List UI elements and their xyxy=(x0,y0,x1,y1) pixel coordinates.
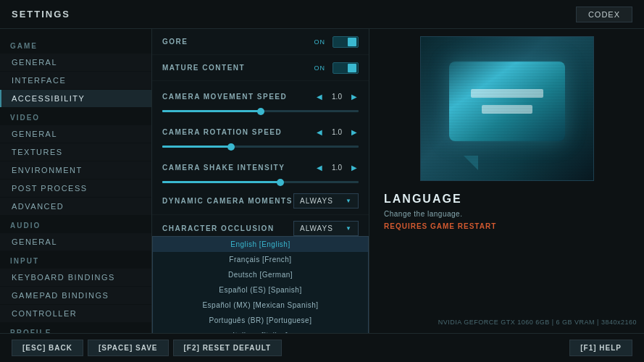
camera-rotation-slider[interactable] xyxy=(152,143,369,151)
camera-shake-thumb[interactable] xyxy=(277,179,284,186)
mature-content-label: MATURE CONTENT xyxy=(162,64,245,72)
camera-movement-decrease[interactable]: ◀ xyxy=(315,93,324,101)
camera-rotation-track xyxy=(162,146,359,148)
character-occlusion-dropdown[interactable]: ALWAYS ▼ xyxy=(293,221,359,236)
back-button[interactable]: [ESC] BACK xyxy=(12,340,83,356)
mature-content-setting: MATURE CONTENT ON xyxy=(152,55,369,81)
camera-movement-row: CAMERA MOVEMENT SPEED ◀ 1.0 ▶ xyxy=(152,81,369,107)
help-button[interactable]: [F1] HELP xyxy=(569,340,632,356)
language-option[interactable]: Deutsch [German] xyxy=(153,267,368,282)
mature-content-control: ON xyxy=(314,62,359,74)
camera-rotation-row: CAMERA ROTATION SPEED ◀ 1.0 ▶ xyxy=(152,117,369,143)
sidebar-item-game-interface[interactable]: INTERFACE xyxy=(0,72,151,89)
sidebar-item-video-environment[interactable]: ENVIRONMENT xyxy=(0,161,151,179)
speech-bubble-icon xyxy=(449,62,565,156)
camera-movement-fill xyxy=(162,110,261,112)
character-occlusion-label: CHARACTER OCCLUSION xyxy=(162,224,275,232)
camera-rotation-fill xyxy=(162,146,231,148)
camera-rotation-speed-setting: CAMERA ROTATION SPEED ◀ 1.0 ▶ xyxy=(152,117,369,151)
camera-rotation-control: ◀ 1.0 ▶ xyxy=(315,128,359,136)
dynamic-camera-dropdown[interactable]: ALWAYS ▼ xyxy=(293,193,359,209)
gore-control: ON xyxy=(314,36,359,48)
save-button[interactable]: [SPACE] SAVE xyxy=(88,340,169,356)
camera-shake-row: CAMERA SHAKE INTENSITY ◀ 1.0 ▶ xyxy=(152,152,369,178)
sidebar-item-game-accessibility[interactable]: ACCESSIBILITY xyxy=(0,90,151,107)
language-option[interactable]: Français [French] xyxy=(153,252,368,267)
dynamic-camera-setting: DYNAMIC CAMERA MOMENTS ALWAYS ▼ xyxy=(152,188,369,215)
sidebar-section-audio: AUDIO xyxy=(0,216,151,232)
language-option[interactable]: English [English] xyxy=(153,237,368,252)
character-occlusion-chevron-icon: ▼ xyxy=(346,225,352,232)
bubble-line-2 xyxy=(482,105,532,114)
camera-movement-slider[interactable] xyxy=(152,107,369,115)
language-image-inner xyxy=(421,37,593,180)
bubble-tail xyxy=(464,156,478,170)
sidebar-item-audio-general[interactable]: GENERAL xyxy=(0,233,151,251)
camera-movement-speed-setting: CAMERA MOVEMENT SPEED ◀ 1.0 ▶ xyxy=(152,81,369,115)
camera-shake-decrease[interactable]: ◀ xyxy=(315,164,324,172)
camera-rotation-value: 1.0 xyxy=(327,128,347,136)
language-option[interactable]: Italiano [Italian] xyxy=(153,328,368,333)
mature-content-value: ON xyxy=(314,64,326,72)
camera-rotation-label: CAMERA ROTATION SPEED xyxy=(162,128,282,136)
system-info: NVIDIA GEFORCE GTX 1060 6GB | 6 GB VRAM … xyxy=(438,319,637,326)
language-preview-image xyxy=(420,36,594,181)
language-option[interactable]: Português (BR) [Portuguese] xyxy=(153,313,368,328)
camera-movement-thumb[interactable] xyxy=(257,108,264,115)
info-title: LANGUAGE xyxy=(384,193,630,206)
settings-panel: GORE ON MATURE CONTENT ON CAMERA MOVEMEN… xyxy=(152,29,369,333)
codex-button[interactable]: CODEX xyxy=(576,7,632,22)
dynamic-camera-chevron-icon: ▼ xyxy=(346,198,352,204)
info-warning: REQUIRES GAME RESTART xyxy=(384,222,630,230)
info-description: Change the language. xyxy=(384,210,630,218)
camera-shake-intensity-setting: CAMERA SHAKE INTENSITY ◀ 1.0 ▶ xyxy=(152,152,369,186)
camera-movement-increase[interactable]: ▶ xyxy=(350,93,359,101)
sidebar-item-video-advanced[interactable]: ADVANCED xyxy=(0,198,151,215)
character-occlusion-value: ALWAYS xyxy=(300,224,333,232)
reset-button[interactable]: [F2] RESET DEFAULT xyxy=(173,340,283,356)
bubble-body xyxy=(449,62,565,141)
sidebar-section-input: INPUT xyxy=(0,251,151,268)
camera-rotation-increase[interactable]: ▶ xyxy=(350,128,359,136)
info-section: LANGUAGE Change the language. REQUIRES G… xyxy=(377,193,637,230)
mature-content-toggle-knob xyxy=(348,64,356,72)
sidebar-section-game: GAME xyxy=(0,36,151,53)
gore-label: GORE xyxy=(162,38,188,46)
language-option[interactable]: Español (MX) [Mexican Spanish] xyxy=(153,298,368,313)
camera-shake-label: CAMERA SHAKE INTENSITY xyxy=(162,164,285,172)
camera-shake-slider[interactable] xyxy=(152,178,369,186)
sidebar: GAMEGENERALINTERFACEACCESSIBILITYVIDEOGE… xyxy=(0,29,152,333)
camera-shake-track xyxy=(162,181,359,183)
camera-rotation-decrease[interactable]: ◀ xyxy=(315,128,324,136)
gore-setting: GORE ON xyxy=(152,29,369,55)
gore-toggle[interactable] xyxy=(333,36,359,48)
dynamic-camera-label: DYNAMIC CAMERA MOMENTS xyxy=(162,197,293,205)
camera-movement-control: ◀ 1.0 ▶ xyxy=(315,93,359,101)
info-panel: LANGUAGE Change the language. REQUIRES G… xyxy=(369,29,644,333)
top-bar: SETTINGS CODEX xyxy=(0,0,644,29)
sidebar-item-video-textures[interactable]: TEXTURES xyxy=(0,143,151,161)
sidebar-item-input-gamepad[interactable]: GAMEPAD BINDINGS xyxy=(0,287,151,304)
mature-content-toggle[interactable] xyxy=(333,62,359,74)
bottom-bar: [ESC] BACK [SPACE] SAVE [F2] RESET DEFAU… xyxy=(0,333,644,362)
dynamic-camera-value: ALWAYS xyxy=(300,197,333,205)
sidebar-item-video-general[interactable]: GENERAL xyxy=(0,125,151,143)
camera-movement-label: CAMERA MOVEMENT SPEED xyxy=(162,93,287,101)
camera-shake-increase[interactable]: ▶ xyxy=(350,164,359,172)
language-dropdown-open: English [English]Français [French]Deutsc… xyxy=(152,236,369,333)
sidebar-item-game-general[interactable]: GENERAL xyxy=(0,54,151,71)
gore-value: ON xyxy=(314,38,326,46)
language-option[interactable]: Español (ES) [Spanish] xyxy=(153,282,368,298)
bubble-line-1 xyxy=(471,89,543,98)
sidebar-item-input-controller[interactable]: CONTROLLER xyxy=(0,305,151,322)
camera-shake-value: 1.0 xyxy=(327,164,347,172)
sidebar-item-video-postprocess[interactable]: POST PROCESS xyxy=(0,180,151,197)
camera-rotation-thumb[interactable] xyxy=(227,143,235,151)
gore-toggle-knob xyxy=(348,38,356,46)
camera-shake-control: ◀ 1.0 ▶ xyxy=(315,164,359,172)
settings-title: SETTINGS xyxy=(12,9,70,20)
sidebar-item-input-keyboard[interactable]: KEYBOARD BINDINGS xyxy=(0,269,151,286)
sidebar-section-video: VIDEO xyxy=(0,108,151,125)
sidebar-section-profile: PROFILE xyxy=(0,323,151,333)
camera-movement-track xyxy=(162,110,359,112)
